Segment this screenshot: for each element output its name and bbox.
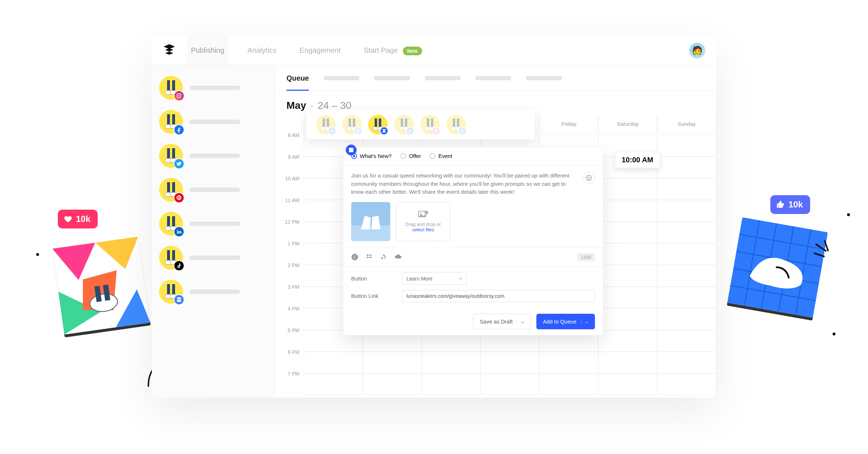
- calendar-cell[interactable]: [598, 308, 657, 330]
- calendar-cell[interactable]: [598, 200, 657, 222]
- calendar-cell[interactable]: [657, 352, 716, 373]
- time-slot: 11 AM: [275, 197, 304, 219]
- channel-row-instagram[interactable]: [159, 76, 267, 100]
- linkedin-icon: [174, 226, 184, 237]
- add-to-queue-button[interactable]: Add to Queue: [536, 314, 595, 329]
- calendar-cell[interactable]: [304, 373, 363, 395]
- nav-startpage[interactable]: Start Page New: [359, 36, 426, 65]
- svg-rect-22: [167, 80, 170, 91]
- media-dropzone[interactable]: + Drag and drop orselect files: [396, 202, 450, 241]
- calendar-cell[interactable]: [657, 330, 716, 352]
- add-queue-dropdown[interactable]: [581, 318, 588, 325]
- calendar-cell[interactable]: [363, 373, 422, 395]
- picker-twitter[interactable]: [342, 115, 362, 134]
- picker-google-business[interactable]: [368, 115, 388, 134]
- save-draft-dropdown[interactable]: [517, 318, 524, 325]
- picker-facebook[interactable]: [394, 115, 414, 134]
- svg-rect-86: [457, 119, 459, 128]
- svg-rect-23: [172, 80, 175, 91]
- calendar-cell[interactable]: [657, 308, 716, 330]
- calendar-cell[interactable]: [657, 222, 716, 243]
- nav-analytics[interactable]: Analytics: [243, 36, 281, 65]
- user-avatar[interactable]: 🧑: [689, 43, 705, 59]
- subtab-placeholder[interactable]: [323, 76, 359, 80]
- scheduled-time-badge[interactable]: 10:00 AM: [615, 152, 660, 168]
- subtab-queue[interactable]: Queue: [286, 65, 309, 91]
- picker-linkedin[interactable]: [316, 115, 336, 134]
- calendar-cell[interactable]: [598, 330, 657, 352]
- gdrive-icon[interactable]: [380, 253, 387, 261]
- calendar-cell[interactable]: [422, 373, 481, 395]
- subtab-placeholder[interactable]: [526, 76, 562, 80]
- channel-row-pinterest[interactable]: [159, 178, 267, 202]
- calendar-cell[interactable]: [598, 373, 657, 395]
- dropzone-link[interactable]: select files: [412, 227, 434, 232]
- google-business-icon: [380, 127, 388, 135]
- subtab-placeholder[interactable]: [475, 76, 511, 80]
- svg-rect-31: [172, 114, 175, 125]
- calendar-cell[interactable]: [539, 373, 598, 395]
- svg-rect-70: [375, 119, 377, 128]
- picker-facebook[interactable]: [446, 115, 466, 134]
- svg-rect-45: [167, 216, 170, 227]
- calendar-cell[interactable]: [598, 352, 657, 373]
- post-type-label: Event: [438, 153, 452, 159]
- nav-engagement[interactable]: Engagement: [295, 36, 345, 65]
- calendar-cell[interactable]: [481, 352, 540, 373]
- calendar-cell[interactable]: [657, 265, 716, 287]
- calendar-cell[interactable]: [657, 200, 716, 222]
- cta-button-select[interactable]: Learn More: [402, 273, 467, 285]
- attached-media-thumb[interactable]: [351, 202, 390, 241]
- channel-name-placeholder: [190, 290, 240, 294]
- calendar-cell[interactable]: [598, 178, 657, 200]
- channel-name-placeholder: [190, 188, 240, 192]
- svg-rect-80: [427, 119, 429, 128]
- emoji-picker-button[interactable]: [583, 172, 595, 184]
- calendar-cell[interactable]: [422, 352, 481, 373]
- subtab-placeholder[interactable]: [425, 76, 461, 80]
- calendar-cell[interactable]: [598, 265, 657, 287]
- calendar-cell[interactable]: [598, 222, 657, 243]
- main-panel: Queue May · 24 – 30 8 AM9 AM10 AM11 AM12…: [275, 65, 716, 398]
- radio-icon: [430, 153, 435, 159]
- onedrive-icon[interactable]: [395, 253, 402, 261]
- svg-rect-30: [167, 114, 170, 125]
- time-slot: 3 PM: [275, 284, 304, 306]
- channel-name-placeholder: [190, 86, 240, 90]
- svg-rect-85: [453, 119, 455, 128]
- save-draft-button[interactable]: Save as Draft: [473, 314, 532, 329]
- calendar-cell[interactable]: [539, 352, 598, 373]
- calendar-cell[interactable]: [657, 157, 716, 178]
- calendar-cell[interactable]: [657, 373, 716, 395]
- calendar-cell[interactable]: [598, 287, 657, 308]
- post-type-event[interactable]: Event: [430, 153, 452, 159]
- channel-row-facebook[interactable]: [159, 110, 267, 134]
- dropbox-icon[interactable]: [366, 253, 373, 261]
- post-text[interactable]: Join us for a casual speed networking wi…: [351, 172, 595, 196]
- channel-row-google-business[interactable]: [159, 280, 267, 304]
- channel-row-linkedin[interactable]: [159, 212, 267, 236]
- calendar-cell[interactable]: [481, 373, 540, 395]
- canva-icon[interactable]: C: [351, 253, 358, 261]
- post-type-label: Offer: [409, 153, 421, 159]
- twitter-icon: [174, 158, 184, 169]
- picker-pinterest[interactable]: [420, 115, 440, 134]
- channel-row-tiktok[interactable]: [159, 246, 267, 270]
- channel-row-twitter[interactable]: [159, 144, 267, 168]
- svg-point-90: [586, 175, 592, 181]
- subtabs: Queue: [275, 65, 716, 91]
- facebook-icon: [174, 124, 184, 135]
- calendar-cell[interactable]: [657, 243, 716, 265]
- calendar-cell[interactable]: [657, 135, 716, 157]
- calendar-cell[interactable]: [598, 243, 657, 265]
- subtab-placeholder[interactable]: [374, 76, 410, 80]
- post-type-offer[interactable]: Offer: [400, 153, 421, 159]
- calendar-cell[interactable]: [657, 287, 716, 308]
- calendar-cell[interactable]: [363, 352, 422, 373]
- button-link-input[interactable]: [402, 290, 595, 302]
- buffer-logo-icon[interactable]: [163, 43, 176, 58]
- post-type-whatsnew[interactable]: What's New?: [351, 153, 392, 159]
- nav-publishing[interactable]: Publishing: [187, 36, 229, 65]
- calendar-cell[interactable]: [657, 178, 716, 200]
- calendar-cell[interactable]: [304, 352, 363, 373]
